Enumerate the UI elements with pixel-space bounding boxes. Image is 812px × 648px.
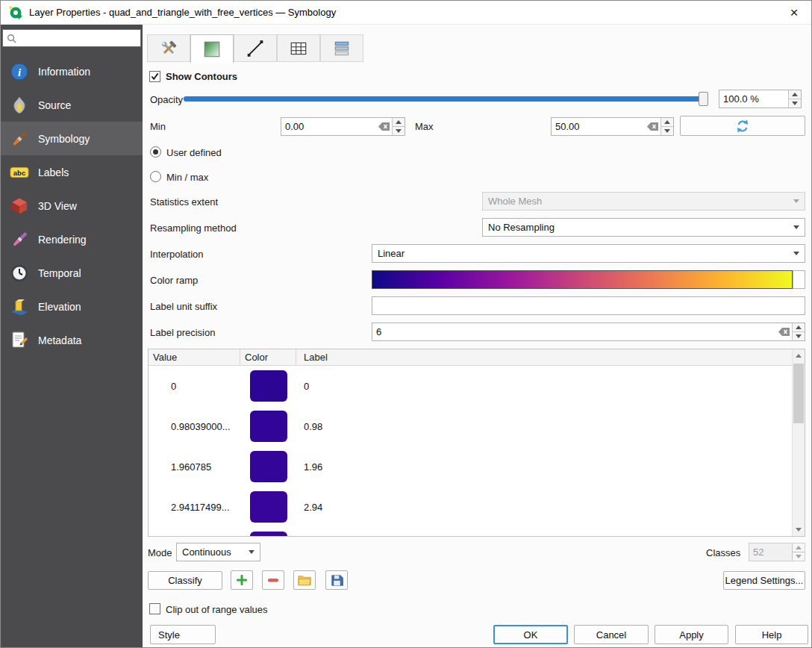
spin-down-icon[interactable]: [789, 99, 801, 108]
label-unit-suffix-label: Label unit suffix: [150, 301, 217, 312]
user-defined-radio[interactable]: [150, 146, 161, 158]
sidebar-item-source[interactable]: Source: [1, 88, 143, 122]
spin-up-icon[interactable]: [393, 118, 405, 126]
show-contours-checkbox[interactable]: [149, 71, 160, 82]
reload-min-max-button[interactable]: [680, 116, 805, 136]
max-spinner: [660, 118, 673, 135]
tab-vectors[interactable]: [234, 34, 277, 62]
color-ramp-label: Color ramp: [150, 275, 198, 286]
sidebar-item-labels[interactable]: abc Labels: [1, 155, 143, 189]
scroll-up-icon[interactable]: [793, 349, 805, 362]
interpolation-value: Linear: [378, 248, 405, 259]
table-scrollbar[interactable]: [792, 349, 805, 536]
mode-combo[interactable]: Continuous: [176, 543, 260, 561]
search-input[interactable]: [20, 33, 137, 43]
table-header: Value Color Label: [149, 349, 805, 366]
spin-up-icon[interactable]: [789, 90, 801, 99]
table-row-partial[interactable]: [149, 527, 792, 536]
spin-down-icon[interactable]: [661, 126, 673, 135]
color-swatch[interactable]: [250, 491, 287, 523]
sidebar-item-information[interactable]: i Information: [1, 54, 143, 88]
clip-out-of-range-checkbox[interactable]: [149, 603, 160, 614]
row-label[interactable]: 2.94: [296, 502, 792, 513]
max-input[interactable]: [552, 121, 646, 132]
opacity-slider-handle[interactable]: [699, 92, 708, 106]
column-header-label[interactable]: Label: [296, 349, 792, 365]
scrollbar-thumb[interactable]: [793, 364, 804, 423]
legend-settings-button[interactable]: Legend Settings...: [723, 571, 805, 590]
opacity-input[interactable]: [719, 93, 788, 105]
column-header-value[interactable]: Value: [149, 349, 240, 365]
spin-up-icon[interactable]: [793, 323, 805, 331]
tab-mesh-frame[interactable]: [277, 34, 320, 62]
opacity-slider[interactable]: [184, 96, 708, 102]
min-max-radio[interactable]: [150, 171, 161, 182]
interpolation-combo[interactable]: Linear: [372, 244, 805, 263]
sidebar-item-symbology[interactable]: Symbology: [1, 122, 143, 155]
check-icon: [151, 72, 159, 81]
add-class-button[interactable]: [231, 570, 253, 590]
style-menu-button[interactable]: Style: [150, 625, 216, 644]
resampling-method-value: No Resampling: [488, 222, 555, 233]
ok-button[interactable]: OK: [493, 625, 568, 644]
remove-class-button[interactable]: [262, 570, 284, 590]
sidebar-item-3d-view[interactable]: 3D View: [1, 189, 143, 222]
label-unit-suffix-field[interactable]: [372, 296, 805, 315]
row-value[interactable]: 0.98039000...: [149, 421, 240, 432]
classes-spinner: [792, 543, 805, 561]
scroll-down-icon[interactable]: [793, 523, 805, 536]
sidebar-item-label: Temporal: [38, 267, 81, 279]
sidebar-item-label: Source: [38, 99, 71, 111]
max-field[interactable]: [551, 117, 674, 136]
sidebar-search[interactable]: [2, 29, 141, 47]
color-swatch[interactable]: [250, 411, 287, 442]
table-row[interactable]: 0 0: [149, 366, 792, 406]
color-swatch[interactable]: [250, 451, 287, 482]
search-icon: [7, 34, 16, 43]
clip-out-of-range-label: Clip out of range values: [166, 604, 268, 615]
sidebar-item-elevation[interactable]: Elevation: [1, 290, 143, 323]
save-classes-button[interactable]: [325, 570, 348, 590]
column-header-color[interactable]: Color: [240, 349, 296, 365]
sidebar-item-metadata[interactable]: Metadata: [1, 323, 143, 357]
spin-down-icon[interactable]: [393, 126, 405, 135]
table-row[interactable]: 0.98039000... 0.98: [149, 406, 792, 446]
clear-min-icon[interactable]: [378, 122, 390, 131]
mode-value: Continuous: [182, 546, 231, 558]
row-label[interactable]: 1.96: [296, 461, 792, 473]
row-value[interactable]: 0: [149, 381, 240, 392]
row-label[interactable]: 0: [296, 381, 792, 392]
spin-up-icon[interactable]: [661, 118, 673, 126]
clear-max-icon[interactable]: [646, 122, 659, 131]
label-unit-suffix-input[interactable]: [372, 300, 805, 311]
min-input[interactable]: [281, 121, 378, 132]
row-value[interactable]: 2.94117499...: [149, 502, 240, 513]
apply-button[interactable]: Apply: [655, 625, 728, 644]
load-classes-button[interactable]: [293, 570, 316, 590]
clear-precision-icon[interactable]: [778, 327, 790, 337]
table-row[interactable]: 2.94117499... 2.94: [149, 487, 792, 527]
spin-down-icon[interactable]: [793, 331, 805, 340]
table-row[interactable]: 1.960785 1.96: [149, 446, 792, 487]
opacity-spinbox[interactable]: [719, 90, 802, 108]
min-field[interactable]: [281, 117, 405, 136]
sidebar-item-rendering[interactable]: Rendering: [1, 222, 143, 256]
label-precision-input[interactable]: [372, 326, 778, 337]
tab-averaging[interactable]: [320, 34, 363, 62]
sidebar-item-temporal[interactable]: Temporal: [1, 256, 143, 290]
grid-icon: [289, 39, 308, 58]
row-label[interactable]: 0.98: [296, 421, 792, 432]
tab-general-settings[interactable]: [147, 34, 190, 62]
color-ramp-preview[interactable]: [372, 270, 793, 289]
cancel-button[interactable]: Cancel: [574, 625, 649, 644]
color-ramp-menu-button[interactable]: [793, 270, 805, 289]
color-swatch[interactable]: [250, 370, 287, 402]
close-button[interactable]: ×: [777, 1, 811, 24]
color-swatch[interactable]: [250, 532, 287, 536]
label-precision-field[interactable]: [372, 323, 805, 341]
resampling-method-combo[interactable]: No Resampling: [482, 218, 805, 237]
classify-button[interactable]: Classify: [148, 571, 222, 590]
help-button[interactable]: Help: [735, 625, 808, 644]
tab-contours[interactable]: [190, 34, 234, 63]
row-value[interactable]: 1.960785: [149, 461, 240, 473]
